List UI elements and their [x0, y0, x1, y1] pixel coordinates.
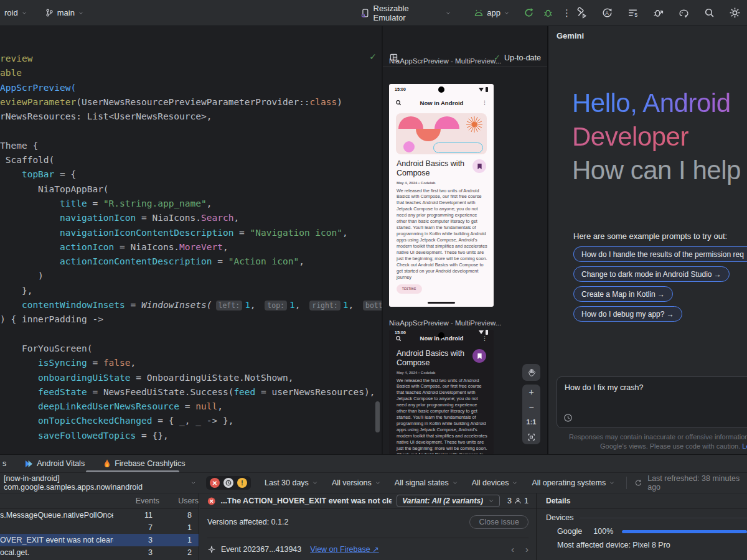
vcs-branch-selector[interactable]: main [40, 4, 88, 22]
chevron-down-icon [609, 480, 615, 486]
issue-row[interactable]: s.MessageQueue.nativePollOnce.118 [0, 509, 199, 521]
rerun-button[interactable] [519, 4, 538, 22]
prompt-pill[interactable]: How do I handle the results of the permi… [573, 246, 747, 262]
versions-affected: Versions affected: 0.1.2 [207, 518, 288, 526]
preview-item-label[interactable]: NiaAppScrPreview - MultiPreview... [389, 57, 514, 65]
code-editor[interactable]: reviewableAppScrPreview(eviewParameter(U… [0, 47, 382, 454]
greeting-line-3: How can I help [572, 156, 747, 189]
prompt-pill[interactable]: Change to dark mode in Android Studio → [573, 266, 730, 282]
filter-dropdown[interactable]: All devices [472, 478, 519, 487]
prompt-pill[interactable]: How do I debug my app? → [573, 306, 682, 322]
preview-item-label[interactable]: NiaAppScrPreview - MultiPreview... [389, 319, 514, 327]
card-meta: May 4, 2024 • Codelab [397, 181, 486, 185]
chevron-down-icon [21, 10, 27, 16]
view-on-firebase-link[interactable]: View on Firebase ↗ [310, 544, 378, 554]
camera-dot [438, 86, 444, 93]
settings-gear-icon[interactable] [729, 7, 741, 19]
anr-filter-icon[interactable] [223, 478, 233, 488]
chevron-down-icon [452, 480, 458, 486]
filter-dropdown[interactable]: All operating systems [532, 478, 615, 487]
close-issue-button[interactable]: Close issue [469, 515, 529, 529]
gemini-greeting: Hello, Android Developer How can I help [572, 88, 747, 189]
tab-android-vitals[interactable]: Android Vitals [20, 459, 90, 468]
users-column-header[interactable]: Users [159, 497, 199, 505]
build-hammer-icon[interactable] [576, 7, 588, 19]
chevron-down-icon [512, 480, 518, 486]
refresh-icon[interactable] [634, 478, 642, 487]
more-run-options-button[interactable]: ⋮ [558, 4, 576, 22]
more-vert-icon: ⋮ [482, 335, 487, 342]
inspection-ok-icon[interactable]: ✓ [369, 52, 377, 62]
preview-phone-dark[interactable]: 15:00 Now in Android ⋮ Android Basics wi… [389, 330, 494, 454]
profiler-icon[interactable]: A [601, 7, 613, 19]
event-id: Event 202367...413943 [221, 545, 301, 554]
zoom-in-button[interactable]: + [522, 385, 540, 399]
preview-phone-light[interactable]: 15:00 Now in Android ⋮ Android Basics wi… [389, 84, 494, 307]
tab-truncated[interactable]: s [0, 459, 11, 468]
phone-app-title: Now in Android [402, 100, 482, 106]
prompt-pill[interactable]: Create a Map in Kotlin → [573, 286, 673, 302]
issue-row[interactable]: ocal.get.32 [0, 546, 199, 559]
search-icon [395, 100, 402, 106]
card-body: We released the first two units of Andro… [397, 378, 489, 455]
crash-error-icon [207, 497, 215, 506]
variant-dropdown[interactable]: Variant: All (2 variants) [397, 495, 500, 507]
issues-table-header: Events Users [0, 493, 199, 509]
zoom-out-button[interactable]: − [522, 399, 540, 414]
attach-debugger-icon[interactable] [652, 7, 664, 19]
fatal-filter-icon[interactable]: ✕ [210, 478, 220, 488]
prompt-pill-list: How do I handle the results of the permi… [573, 246, 747, 322]
card-body: We released the first two units of Andro… [397, 188, 489, 281]
status-time: 15:00 [395, 330, 406, 335]
most-affected-device: Most affected device: Pixel 8 Pro [557, 541, 747, 549]
chevron-down-icon [78, 10, 84, 16]
card-meta: May 4, 2024 • Codelab [397, 371, 486, 375]
tab-firebase-crashlytics[interactable]: Firebase Crashlytics [98, 459, 190, 468]
events-column-header[interactable]: Events [10, 497, 159, 505]
issue-row[interactable]: 71 [0, 521, 199, 534]
search-icon[interactable] [703, 7, 715, 19]
status-time: 15:00 [395, 87, 406, 91]
app-selector[interactable]: [now-in-android] com.google.samples.apps… [0, 474, 200, 492]
filter-dropdown[interactable]: All signal states [395, 478, 458, 487]
run-configuration-selector[interactable]: app [469, 4, 514, 22]
branch-name: main [57, 8, 75, 17]
android-studio-window: roid main Resizable Emulator app ⋮ A [0, 0, 747, 560]
main-toolbar: roid main Resizable Emulator app ⋮ A [0, 0, 747, 26]
nonfatal-filter-icon[interactable]: ! [237, 478, 247, 488]
user-count: 1 [524, 497, 529, 505]
agp-upgrade-icon[interactable] [678, 7, 690, 19]
device-selector[interactable]: Resizable Emulator [356, 4, 456, 22]
prompts-heading: Here are some example prompts to try out… [573, 231, 727, 241]
pan-hand-button[interactable] [522, 364, 540, 381]
details-panel: Details Devices Google 100% Most affecte… [537, 493, 747, 560]
news-card: Android Basics with Compose May 4, 2024 … [389, 344, 494, 454]
next-event-button[interactable]: › [525, 544, 529, 554]
filter-dropdown[interactable]: All versions [332, 478, 381, 487]
phone-app-bar: Now in Android ⋮ [389, 95, 494, 111]
gemini-panel-title: Gemini [557, 31, 584, 40]
debug-bug-icon [543, 7, 553, 18]
android-vitals-icon [25, 460, 33, 468]
filter-dropdown[interactable]: Last 30 days [265, 478, 318, 487]
learn-more-link[interactable]: Lear [742, 442, 747, 450]
zoom-100-button[interactable]: 1:1 [522, 414, 540, 429]
bookmark-icon [472, 159, 486, 173]
gemini-input[interactable]: How do I fix my crash? [557, 376, 747, 428]
debug-button[interactable] [538, 4, 558, 22]
bookmark-icon [472, 349, 486, 363]
prev-event-button[interactable]: ‹ [511, 544, 514, 554]
editor-scrollbar[interactable] [375, 401, 380, 432]
project-selector[interactable]: roid [0, 4, 32, 22]
chevron-down-icon [488, 498, 494, 504]
code-area[interactable]: reviewableAppScrPreview(eviewParameter(U… [0, 47, 382, 443]
issue-row[interactable]: OVER_EXIT event was not cleared.31 [0, 534, 199, 546]
running-devices-icon[interactable]: 5 [627, 7, 639, 19]
history-clock-icon[interactable] [563, 413, 573, 422]
camera-dot [438, 332, 444, 338]
project-name: roid [4, 8, 18, 17]
vendor-label: Google [557, 527, 582, 536]
svg-text:5: 5 [634, 12, 637, 18]
zoom-fit-button[interactable] [522, 429, 540, 444]
vendor-progress-bar [622, 530, 747, 533]
